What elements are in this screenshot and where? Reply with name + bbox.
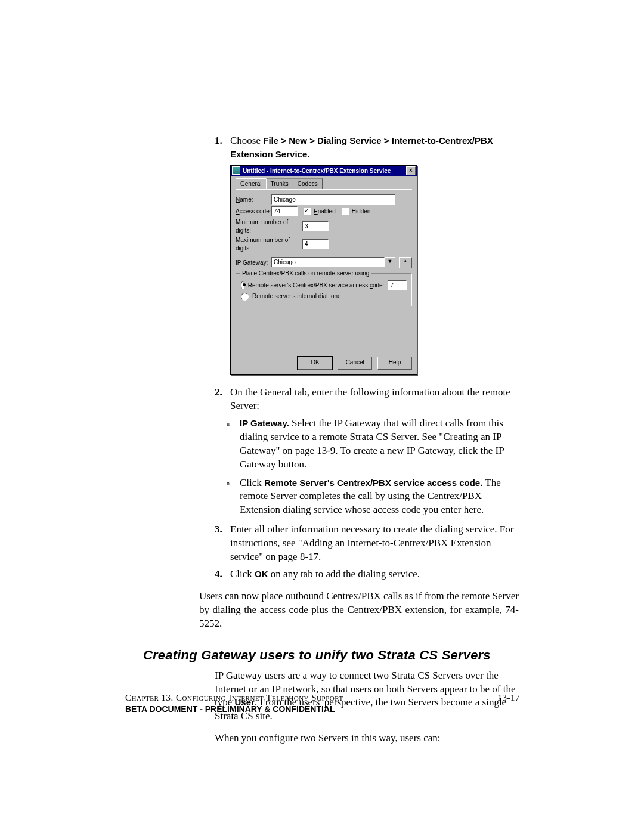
max-digits-input[interactable]: 4 — [302, 239, 329, 249]
step-2a: n IP Gateway. Select the IP Gateway that… — [227, 417, 519, 472]
close-icon[interactable]: × — [406, 166, 416, 175]
s4-bold: OK — [255, 569, 268, 579]
help-button[interactable]: Help — [377, 357, 412, 370]
step1-pre: Choose — [230, 135, 263, 146]
step-body: Click OK on any tab to add the dialing s… — [230, 568, 519, 581]
sub-body: Click Remote Server's Centrex/PBX servic… — [240, 476, 519, 518]
step-number: 4. — [215, 568, 230, 581]
ip-gateway-value: Chicago — [271, 257, 385, 267]
radio-access-code-label: Remote server's Centrex/PBX service acce… — [248, 281, 385, 290]
step-2b: n Click Remote Server's Centrex/PBX serv… — [227, 476, 519, 518]
ip-gateway-bold: IP Gateway. — [240, 418, 289, 428]
cancel-button[interactable]: Cancel — [338, 357, 372, 370]
ok-button[interactable]: OK — [298, 357, 332, 370]
page-footer: Chapter 13. Configuring Internet Telepho… — [125, 689, 520, 714]
step-3: 3. Enter all other information necessary… — [215, 523, 519, 564]
radio-dial-tone-label: Remote server's internal dial tone — [252, 292, 341, 301]
step-4: 4. Click OK on any tab to add the dialin… — [215, 568, 519, 581]
enabled-checkbox[interactable] — [304, 208, 311, 215]
step1-bold: File > New > Dialing Service > Internet-… — [230, 135, 493, 159]
tab-trunks[interactable]: Trunks — [266, 178, 293, 190]
tab-codecs[interactable]: Codecs — [293, 178, 323, 190]
name-input[interactable]: Chicago — [271, 194, 395, 205]
hidden-label: Hidden — [352, 208, 371, 216]
name-label: Name: — [236, 196, 271, 204]
ip-gateway-select[interactable]: Chicago ▼ — [271, 257, 395, 268]
step-number: 3. — [215, 523, 230, 564]
gateway-label: IP Gateway: — [236, 259, 271, 267]
tab-general[interactable]: General — [236, 178, 267, 190]
remote-access-code-input[interactable]: 7 — [388, 280, 407, 290]
ip-gateway-button[interactable]: ✦ — [399, 257, 412, 268]
footer-page: 13-17 — [498, 693, 521, 703]
step-2: 2. On the General tab, enter the followi… — [215, 386, 519, 413]
tab-strip: General Trunks Codecs — [236, 178, 412, 190]
min-digits-input[interactable]: 3 — [302, 221, 329, 231]
step-number: 2. — [215, 386, 230, 413]
footer-chapter: Chapter 13. Configuring Internet Telepho… — [125, 693, 343, 703]
sub-body: IP Gateway. Select the IP Gateway that w… — [240, 417, 519, 472]
s2b-bold: Remote Server's Centrex/PBX service acce… — [264, 478, 482, 488]
configure-para: When you configure two Servers in this w… — [215, 732, 519, 745]
step-body: Enter all other information necessary to… — [230, 523, 519, 564]
step-1: 1. Choose File > New > Dialing Service >… — [215, 134, 519, 162]
window-title: Untitled - Internet-to-Centrex/PBX Exten… — [243, 167, 391, 175]
s4-rest: on any tab to add the dialing service. — [268, 568, 420, 580]
s4-pre: Click — [230, 568, 255, 580]
title-bar: Untitled - Internet-to-Centrex/PBX Exten… — [231, 166, 417, 176]
radio-dial-tone[interactable] — [241, 293, 249, 301]
group-title: Place Centrex/PBX calls on remote server… — [240, 270, 371, 278]
window-icon — [232, 166, 240, 175]
enabled-label: Enabled — [314, 208, 336, 216]
chevron-down-icon[interactable]: ▼ — [385, 257, 395, 268]
footer-confidential: BETA DOCUMENT - PRELIMINARY & CONFIDENTI… — [125, 704, 520, 714]
min-digits-label: Minimum number of digits: — [236, 218, 302, 234]
max-digits-label: Maximum number of digits: — [236, 236, 302, 252]
section-heading: Creating Gateway users to unify two Stra… — [143, 646, 519, 664]
s2b-pre: Click — [240, 477, 264, 488]
remote-call-group: Place Centrex/PBX calls on remote server… — [236, 273, 412, 306]
access-label: Access code: — [236, 208, 271, 216]
step-number: 1. — [215, 134, 230, 162]
access-code-input[interactable]: 74 — [271, 206, 298, 216]
dialog-buttons: OK Cancel Help — [231, 353, 417, 374]
bullet-mark: n — [227, 417, 240, 472]
bullet-mark: n — [227, 476, 240, 518]
outbound-para: Users can now place outbound Centrex/PBX… — [199, 590, 519, 631]
dialog-window: Untitled - Internet-to-Centrex/PBX Exten… — [230, 165, 417, 375]
step-body: Choose File > New > Dialing Service > In… — [230, 134, 519, 162]
hidden-checkbox[interactable] — [342, 208, 349, 215]
radio-access-code[interactable] — [241, 281, 244, 289]
step-body: On the General tab, enter the following … — [230, 386, 519, 413]
